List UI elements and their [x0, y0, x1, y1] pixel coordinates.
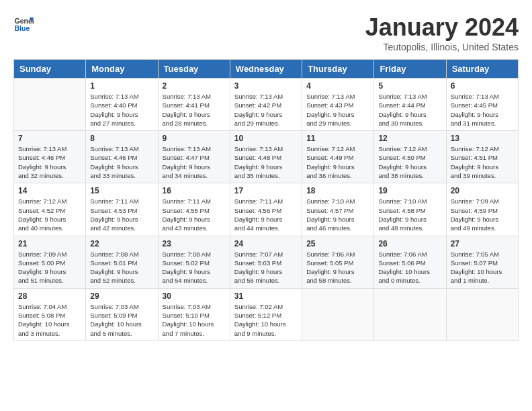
week-row-0: 1Sunrise: 7:13 AM Sunset: 4:40 PM Daylig…: [14, 79, 519, 131]
calendar-cell: 18Sunrise: 7:10 AM Sunset: 4:57 PM Dayli…: [302, 183, 374, 236]
day-number: 4: [306, 81, 369, 91]
day-number: 25: [306, 239, 369, 248]
day-number: 31: [234, 291, 298, 301]
day-info: Sunrise: 7:13 AM Sunset: 4:47 PM Dayligh…: [163, 144, 226, 180]
weekday-header-thursday: Thursday: [302, 60, 374, 79]
day-number: 15: [90, 186, 153, 195]
page-header: General Blue January 2024 Teutopolis, Il…: [13, 13, 519, 52]
calendar-cell: 14Sunrise: 7:12 AM Sunset: 4:52 PM Dayli…: [14, 183, 86, 236]
day-number: 14: [18, 186, 81, 195]
calendar-cell: [14, 79, 86, 131]
day-number: 12: [378, 134, 441, 143]
day-info: Sunrise: 7:08 AM Sunset: 5:02 PM Dayligh…: [163, 250, 226, 285]
calendar-cell: [302, 288, 374, 340]
calendar-cell: 22Sunrise: 7:08 AM Sunset: 5:01 PM Dayli…: [86, 236, 158, 288]
calendar-cell: 9Sunrise: 7:13 AM Sunset: 4:47 PM Daylig…: [158, 131, 230, 183]
day-info: Sunrise: 7:11 AM Sunset: 4:56 PM Dayligh…: [234, 197, 298, 232]
day-number: 7: [18, 134, 81, 143]
calendar-cell: 19Sunrise: 7:10 AM Sunset: 4:58 PM Dayli…: [374, 183, 446, 236]
calendar-cell: 31Sunrise: 7:02 AM Sunset: 5:12 PM Dayli…: [230, 288, 302, 340]
calendar-cell: 3Sunrise: 7:13 AM Sunset: 4:42 PM Daylig…: [230, 79, 302, 131]
day-info: Sunrise: 7:12 AM Sunset: 4:50 PM Dayligh…: [378, 144, 441, 180]
day-info: Sunrise: 7:13 AM Sunset: 4:46 PM Dayligh…: [18, 144, 81, 180]
day-info: Sunrise: 7:12 AM Sunset: 4:52 PM Dayligh…: [18, 197, 81, 232]
day-info: Sunrise: 7:10 AM Sunset: 4:57 PM Dayligh…: [306, 197, 369, 232]
calendar-cell: 10Sunrise: 7:13 AM Sunset: 4:48 PM Dayli…: [230, 131, 302, 183]
day-number: 10: [234, 134, 298, 143]
calendar-cell: [446, 288, 518, 340]
day-number: 26: [378, 239, 441, 248]
day-number: 3: [234, 81, 298, 91]
day-info: Sunrise: 7:13 AM Sunset: 4:44 PM Dayligh…: [378, 92, 441, 128]
calendar-cell: 20Sunrise: 7:09 AM Sunset: 4:59 PM Dayli…: [446, 183, 518, 236]
day-info: Sunrise: 7:06 AM Sunset: 5:05 PM Dayligh…: [306, 250, 369, 285]
day-number: 16: [163, 186, 226, 195]
day-number: 29: [90, 291, 153, 301]
calendar-cell: 12Sunrise: 7:12 AM Sunset: 4:50 PM Dayli…: [374, 131, 446, 183]
day-info: Sunrise: 7:12 AM Sunset: 4:51 PM Dayligh…: [451, 144, 514, 180]
calendar-cell: 4Sunrise: 7:13 AM Sunset: 4:43 PM Daylig…: [302, 79, 374, 131]
calendar-cell: 21Sunrise: 7:09 AM Sunset: 5:00 PM Dayli…: [14, 236, 86, 288]
day-info: Sunrise: 7:09 AM Sunset: 4:59 PM Dayligh…: [451, 197, 514, 232]
location-title: Teutopolis, Illinois, United States: [365, 42, 519, 52]
logo-icon: General Blue: [13, 13, 34, 34]
weekday-header-friday: Friday: [374, 60, 446, 79]
calendar-cell: 15Sunrise: 7:11 AM Sunset: 4:53 PM Dayli…: [86, 183, 158, 236]
day-number: 13: [451, 134, 514, 143]
day-number: 5: [378, 81, 441, 91]
day-number: 19: [378, 186, 441, 195]
day-number: 21: [18, 239, 81, 248]
week-row-2: 14Sunrise: 7:12 AM Sunset: 4:52 PM Dayli…: [14, 183, 519, 236]
calendar-cell: 27Sunrise: 7:05 AM Sunset: 5:07 PM Dayli…: [446, 236, 518, 288]
calendar-cell: 29Sunrise: 7:03 AM Sunset: 5:09 PM Dayli…: [86, 288, 158, 340]
day-info: Sunrise: 7:13 AM Sunset: 4:41 PM Dayligh…: [163, 92, 226, 128]
day-info: Sunrise: 7:07 AM Sunset: 5:03 PM Dayligh…: [234, 250, 298, 285]
day-info: Sunrise: 7:06 AM Sunset: 5:06 PM Dayligh…: [378, 250, 441, 285]
calendar-cell: 24Sunrise: 7:07 AM Sunset: 5:03 PM Dayli…: [230, 236, 302, 288]
calendar-cell: 2Sunrise: 7:13 AM Sunset: 4:41 PM Daylig…: [158, 79, 230, 131]
calendar-table: SundayMondayTuesdayWednesdayThursdayFrid…: [13, 59, 519, 341]
day-number: 20: [451, 186, 514, 195]
calendar-cell: 1Sunrise: 7:13 AM Sunset: 4:40 PM Daylig…: [86, 79, 158, 131]
day-info: Sunrise: 7:13 AM Sunset: 4:43 PM Dayligh…: [306, 92, 369, 128]
day-number: 30: [163, 291, 226, 301]
calendar-cell: 7Sunrise: 7:13 AM Sunset: 4:46 PM Daylig…: [14, 131, 86, 183]
day-number: 8: [90, 134, 153, 143]
day-number: 1: [90, 81, 153, 91]
svg-text:Blue: Blue: [15, 24, 30, 32]
weekday-header-monday: Monday: [86, 60, 158, 79]
day-info: Sunrise: 7:03 AM Sunset: 5:10 PM Dayligh…: [163, 302, 226, 338]
weekday-header-saturday: Saturday: [446, 60, 518, 79]
day-number: 11: [306, 134, 369, 143]
day-info: Sunrise: 7:08 AM Sunset: 5:01 PM Dayligh…: [90, 250, 153, 285]
day-number: 17: [234, 186, 298, 195]
day-info: Sunrise: 7:13 AM Sunset: 4:48 PM Dayligh…: [234, 144, 298, 180]
calendar-cell: 11Sunrise: 7:12 AM Sunset: 4:49 PM Dayli…: [302, 131, 374, 183]
calendar-cell: 28Sunrise: 7:04 AM Sunset: 5:08 PM Dayli…: [14, 288, 86, 340]
month-title: January 2024: [365, 13, 519, 42]
day-info: Sunrise: 7:12 AM Sunset: 4:49 PM Dayligh…: [306, 144, 369, 180]
calendar-cell: 5Sunrise: 7:13 AM Sunset: 4:44 PM Daylig…: [374, 79, 446, 131]
calendar-cell: 25Sunrise: 7:06 AM Sunset: 5:05 PM Dayli…: [302, 236, 374, 288]
day-info: Sunrise: 7:13 AM Sunset: 4:42 PM Dayligh…: [234, 92, 298, 128]
day-number: 2: [163, 81, 226, 91]
calendar-cell: 6Sunrise: 7:13 AM Sunset: 4:45 PM Daylig…: [446, 79, 518, 131]
day-number: 6: [451, 81, 514, 91]
calendar-cell: 23Sunrise: 7:08 AM Sunset: 5:02 PM Dayli…: [158, 236, 230, 288]
week-row-3: 21Sunrise: 7:09 AM Sunset: 5:00 PM Dayli…: [14, 236, 519, 288]
day-number: 23: [163, 239, 226, 248]
calendar-cell: 16Sunrise: 7:11 AM Sunset: 4:55 PM Dayli…: [158, 183, 230, 236]
day-info: Sunrise: 7:13 AM Sunset: 4:46 PM Dayligh…: [90, 144, 153, 180]
calendar-cell: 30Sunrise: 7:03 AM Sunset: 5:10 PM Dayli…: [158, 288, 230, 340]
weekday-header-sunday: Sunday: [14, 60, 86, 79]
weekday-header-tuesday: Tuesday: [158, 60, 230, 79]
calendar-cell: 8Sunrise: 7:13 AM Sunset: 4:46 PM Daylig…: [86, 131, 158, 183]
day-info: Sunrise: 7:04 AM Sunset: 5:08 PM Dayligh…: [18, 302, 81, 338]
weekday-header-wednesday: Wednesday: [230, 60, 302, 79]
day-number: 28: [18, 291, 81, 301]
day-info: Sunrise: 7:05 AM Sunset: 5:07 PM Dayligh…: [451, 250, 514, 285]
week-row-1: 7Sunrise: 7:13 AM Sunset: 4:46 PM Daylig…: [14, 131, 519, 183]
day-info: Sunrise: 7:02 AM Sunset: 5:12 PM Dayligh…: [234, 302, 298, 338]
day-number: 24: [234, 239, 298, 248]
calendar-cell: 17Sunrise: 7:11 AM Sunset: 4:56 PM Dayli…: [230, 183, 302, 236]
